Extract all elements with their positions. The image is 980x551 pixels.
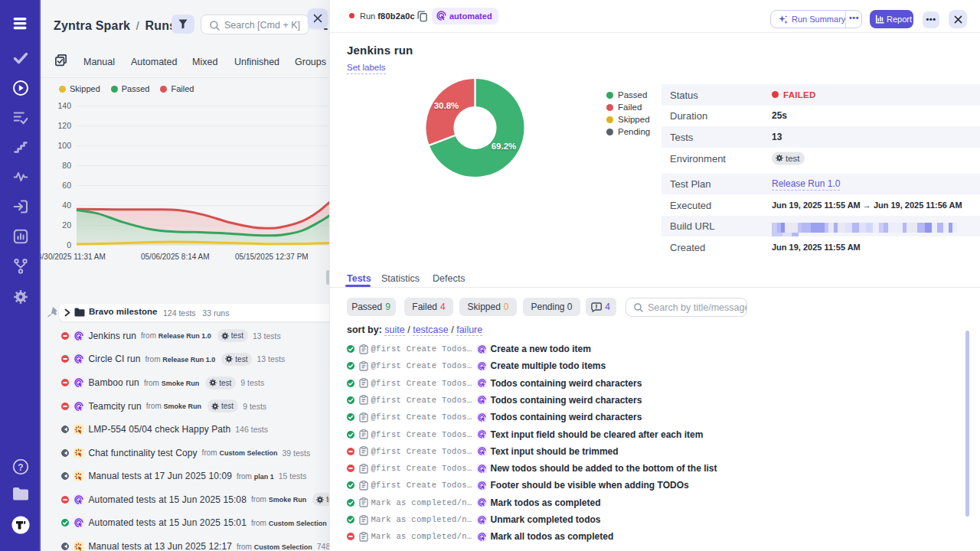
svg-text:?: ?: [18, 462, 23, 473]
